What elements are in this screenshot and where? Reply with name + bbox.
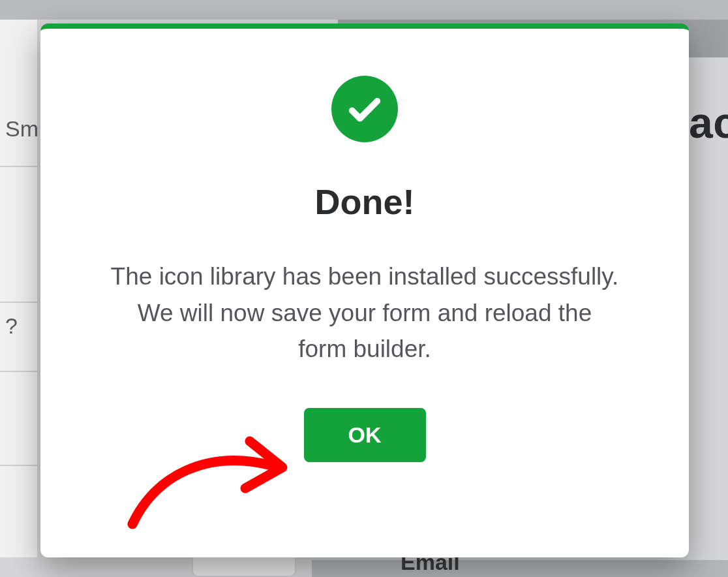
modal-message: The icon library has been installed succ… <box>110 258 619 367</box>
background-sidebar-separator <box>0 166 37 167</box>
ok-button[interactable]: OK <box>304 408 426 462</box>
background-sidebar-text: Sm <box>5 116 38 142</box>
background-bottom-panel <box>312 560 728 577</box>
background-title-fragment: ac <box>689 98 728 150</box>
background-sidebar-text: ? <box>5 313 18 339</box>
background-sidebar-separator <box>0 302 37 303</box>
modal-title: Done! <box>315 181 415 222</box>
success-modal: Done! The icon library has been installe… <box>40 23 689 557</box>
background-sidebar: Sm ? <box>0 20 38 557</box>
background-top-band <box>0 0 728 20</box>
background-sidebar-separator <box>0 465 37 466</box>
check-circle-icon <box>331 76 398 142</box>
background-sidebar-separator <box>0 371 37 372</box>
